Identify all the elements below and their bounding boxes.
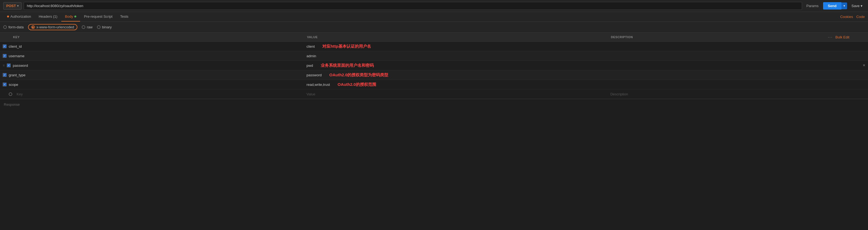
- value-text-password: pwd: [307, 63, 313, 67]
- new-actions-cell: [825, 89, 868, 99]
- response-section: Response: [0, 99, 868, 110]
- params-table: KEY VALUE DESCRIPTION ··· Bulk Edit cli: [0, 33, 868, 99]
- value-cell-scope: read,write,trust OAuth2.0的授权范围: [304, 80, 608, 89]
- tab-authorization-label: Authorization: [10, 15, 31, 19]
- send-dropdown-button[interactable]: ▾: [841, 2, 847, 9]
- col-header-value: VALUE: [304, 33, 608, 42]
- checkbox-username[interactable]: [3, 54, 6, 58]
- value-cell-grant_type: password OAuth2.0的授权类型为密码类型: [304, 70, 608, 80]
- drag-handle-password[interactable]: ≡: [3, 63, 5, 67]
- radio-raw-label: raw: [87, 25, 93, 29]
- new-key-cell: Key: [0, 89, 304, 99]
- params-button[interactable]: Params: [804, 2, 821, 9]
- desc-cell-grant_type: [608, 70, 825, 80]
- actions-cell-scope: [825, 80, 868, 89]
- col-header-actions: ··· Bulk Edit: [825, 33, 868, 42]
- send-button[interactable]: Send: [823, 2, 842, 9]
- tab-body[interactable]: Body: [61, 12, 81, 22]
- key-cell-password: ≡ password: [0, 61, 304, 70]
- authorization-dot: [7, 16, 9, 18]
- actions-cell-password: ×: [825, 61, 868, 70]
- actions-cell-username: [825, 51, 868, 61]
- bulk-edit-button[interactable]: Bulk Edit: [835, 35, 849, 39]
- radio-binary-circle: [97, 25, 100, 29]
- radio-raw-circle: [82, 25, 85, 29]
- new-value-cell: Value: [304, 89, 608, 99]
- send-btn-container: Send ▾: [823, 2, 847, 9]
- col-header-description: DESCRIPTION: [608, 33, 825, 42]
- radio-xwww-circle: [31, 25, 35, 29]
- desc-cell-scope: [608, 80, 825, 89]
- desc-cell-client_id: [608, 42, 825, 51]
- table-row: ≡ password pwd 业务系统里面的用户名和密码 ×: [0, 61, 868, 70]
- code-link[interactable]: Code: [856, 15, 865, 19]
- cookies-link[interactable]: Cookies: [840, 15, 853, 19]
- value-text-username: admin: [307, 54, 316, 58]
- key-text-grant_type: grant_type: [9, 73, 25, 77]
- more-options-button[interactable]: ···: [828, 35, 833, 39]
- key-text-username: username: [9, 54, 25, 58]
- save-button[interactable]: Save ▾: [849, 2, 865, 9]
- method-selector[interactable]: POST ▾: [3, 2, 22, 9]
- checkbox-password[interactable]: [7, 63, 11, 67]
- desc-cell-password: [608, 61, 825, 70]
- col-header-key: KEY: [0, 33, 304, 42]
- radio-x-www-form-urlencoded[interactable]: x-www-form-urlencoded: [28, 24, 78, 30]
- radio-binary-label: binary: [102, 25, 112, 29]
- tab-headers-label: Headers (1): [39, 15, 58, 19]
- tab-tests-label: Tests: [120, 15, 128, 19]
- tab-pre-request[interactable]: Pre-request Script: [80, 12, 116, 22]
- key-cell-grant_type: grant_type: [0, 70, 304, 80]
- save-chevron-icon: ▾: [861, 4, 863, 8]
- actions-cell-grant_type: [825, 70, 868, 80]
- value-cell-password: pwd 业务系统里面的用户名和密码: [304, 61, 608, 70]
- method-chevron-icon: ▾: [17, 4, 19, 7]
- key-text-password: password: [13, 63, 28, 67]
- table-row: scope read,write,trust OAuth2.0的授权范围: [0, 80, 868, 89]
- value-cell-username: admin: [304, 51, 608, 61]
- tabs-left: Authorization Headers (1) Body Pre-reque…: [3, 12, 132, 22]
- new-row: Key Value Description: [0, 89, 868, 99]
- key-text-client_id: client_id: [9, 45, 22, 49]
- radio-binary[interactable]: binary: [97, 25, 112, 29]
- new-desc-placeholder: Description: [610, 92, 628, 96]
- value-text-scope: read,write,trust: [307, 83, 330, 87]
- desc-cell-username: [608, 51, 825, 61]
- checkbox-grant_type[interactable]: [3, 73, 6, 77]
- annotation-client_id: 对应http基本认证的用户名: [322, 44, 371, 49]
- delete-password-button[interactable]: ×: [863, 63, 865, 68]
- table-row: grant_type password OAuth2.0的授权类型为密码类型: [0, 70, 868, 80]
- table-row: client_id client 对应http基本认证的用户名: [0, 42, 868, 51]
- save-label: Save: [851, 4, 860, 8]
- tab-body-label: Body: [65, 15, 73, 19]
- radio-raw[interactable]: raw: [82, 25, 93, 29]
- response-label: Response: [4, 103, 20, 107]
- table-row: username admin: [0, 51, 868, 61]
- checkbox-scope[interactable]: [3, 83, 6, 86]
- value-cell-client_id: client 对应http基本认证的用户名: [304, 42, 608, 51]
- new-key-placeholder: Key: [17, 92, 23, 96]
- annotation-grant_type: OAuth2.0的授权类型为密码类型: [330, 73, 389, 78]
- radio-xwww-label: x-www-form-urlencoded: [36, 25, 74, 29]
- annotation-scope: OAuth2.0的授权范围: [338, 82, 376, 87]
- new-desc-cell: Description: [608, 89, 825, 99]
- annotation-password: 业务系统里面的用户名和密码: [321, 63, 374, 68]
- radio-form-data[interactable]: form-data: [3, 25, 24, 29]
- new-value-placeholder: Value: [307, 92, 315, 96]
- body-dot: [74, 16, 76, 18]
- key-cell-username: username: [0, 51, 304, 61]
- url-input[interactable]: [24, 2, 802, 10]
- tab-headers[interactable]: Headers (1): [35, 12, 61, 22]
- new-row-radio: [9, 92, 12, 96]
- radio-form-data-circle: [3, 25, 7, 29]
- tabs-row: Authorization Headers (1) Body Pre-reque…: [0, 12, 868, 22]
- value-text-grant_type: password: [307, 73, 322, 77]
- tab-tests[interactable]: Tests: [116, 12, 132, 22]
- radio-form-data-label: form-data: [8, 25, 24, 29]
- key-text-scope: scope: [9, 83, 18, 87]
- top-bar: POST ▾ Params Send ▾ Save ▾: [0, 0, 868, 12]
- checkbox-client_id[interactable]: [3, 45, 6, 48]
- table-header: KEY VALUE DESCRIPTION ··· Bulk Edit: [0, 33, 868, 42]
- tab-authorization[interactable]: Authorization: [3, 12, 35, 22]
- value-text-client_id: client: [307, 45, 315, 49]
